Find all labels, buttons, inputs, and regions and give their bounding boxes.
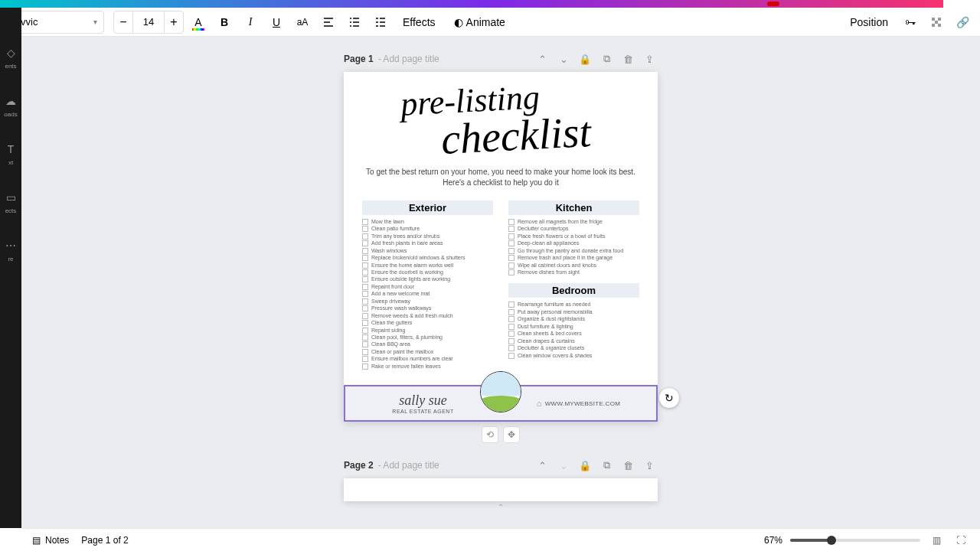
top-right-corner <box>943 0 980 8</box>
lock-button[interactable]: 🗝 <box>899 11 922 34</box>
text-color-a-icon: A <box>194 16 201 28</box>
alignment-button[interactable] <box>317 11 340 34</box>
animate-label: Animate <box>466 16 505 28</box>
align-left-icon <box>322 16 335 28</box>
svg-point-7 <box>350 25 351 27</box>
font-size-decrease-button[interactable]: − <box>113 11 133 34</box>
spacing-button[interactable] <box>369 11 392 34</box>
animate-icon: ◐ <box>454 16 463 28</box>
svg-rect-16 <box>938 18 941 21</box>
italic-button[interactable]: I <box>239 11 262 34</box>
recording-dot <box>767 2 779 6</box>
svg-rect-17 <box>935 21 938 24</box>
top-gradient-bar <box>0 0 980 8</box>
list-icon <box>348 16 361 28</box>
svg-rect-19 <box>938 24 941 27</box>
text-toolbar: Livvic ▾ − 14 + A B I U aA Effects ◐ Ani… <box>0 8 980 37</box>
chevron-down-icon: ▾ <box>93 18 97 26</box>
lock-icon: 🗝 <box>905 16 916 28</box>
letter-case-button[interactable]: aA <box>291 11 314 34</box>
animate-button[interactable]: ◐ Animate <box>446 11 513 34</box>
font-size-increase-button[interactable]: + <box>164 11 184 34</box>
svg-point-5 <box>350 21 351 23</box>
effects-button[interactable]: Effects <box>395 11 443 34</box>
svg-rect-15 <box>932 18 935 21</box>
underline-button[interactable]: U <box>265 11 288 34</box>
position-button[interactable]: Position <box>842 11 896 34</box>
text-color-button[interactable]: A <box>187 11 210 34</box>
left-side-rail: ◇ents ☁oads Txt ▭ects ⋯re <box>0 8 21 37</box>
list-button[interactable] <box>343 11 366 34</box>
bold-button[interactable]: B <box>213 11 236 34</box>
font-size-value[interactable]: 14 <box>133 11 164 34</box>
svg-rect-18 <box>932 24 935 27</box>
link-icon: 🔗 <box>956 16 969 28</box>
svg-point-3 <box>350 18 351 19</box>
transparency-button[interactable] <box>925 11 948 34</box>
transparency-icon <box>930 16 942 28</box>
link-button[interactable]: 🔗 <box>951 11 974 34</box>
color-bar-icon <box>192 28 204 31</box>
font-size-group: − 14 + <box>113 11 184 34</box>
spacing-icon <box>374 16 387 28</box>
